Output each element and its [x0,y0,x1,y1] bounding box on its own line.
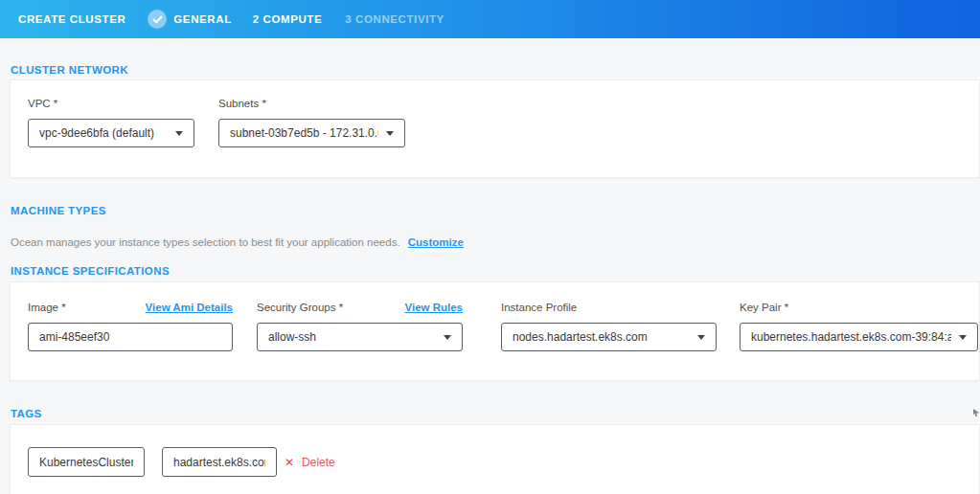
tab-connectivity-label: 3 CONNECTIVITY [345,13,444,25]
subnets-field-group: Subnets * subnet-03b7ed5b - 172.31.0.0/2… [218,98,405,147]
tab-compute-label: 2 COMPUTE [253,13,323,25]
check-icon [148,10,167,29]
wizard-header: CREATE CLUSTER GENERAL 2 COMPUTE 3 CONNE… [0,0,980,38]
vpc-label: VPC * [28,98,57,109]
chevron-down-icon [697,335,705,340]
vpc-select[interactable]: vpc-9dee6bfa (default) [28,119,194,147]
image-input[interactable] [28,323,233,351]
tags-card: ✕ Delete [10,424,980,494]
tab-general-label: GENERAL [173,13,231,25]
key-pair-field-group: Key Pair * kubernetes.hadartest.ek8s.com… [740,302,978,351]
instance-profile-select[interactable]: nodes.hadartest.ek8s.com [501,323,717,351]
key-pair-label: Key Pair * [740,302,788,313]
section-heading-machine-types: MACHINE TYPES [11,205,106,216]
instance-specifications-card: Image * View Ami Details Security Groups… [10,281,980,381]
view-ami-details-link[interactable]: View Ami Details [146,302,233,313]
page-title: CREATE CLUSTER [18,13,125,25]
section-heading-cluster-network: CLUSTER NETWORK [11,64,128,76]
delete-x-icon: ✕ [285,457,294,468]
mouse-cursor [973,409,979,416]
image-label: Image * [28,302,66,313]
tab-compute[interactable]: 2 COMPUTE [253,13,323,25]
chevron-down-icon [386,131,394,136]
section-heading-instance-specifications: INSTANCE SPECIFICATIONS [11,265,170,277]
delete-tag-label: Delete [302,456,335,469]
view-rules-link[interactable]: View Rules [404,302,463,313]
subnets-select[interactable]: subnet-03b7ed5b - 172.31.0.0/20 ... [218,119,405,147]
tab-general[interactable]: GENERAL [148,10,231,29]
machine-types-description: Ocean manages your instance types select… [11,236,464,248]
instance-profile-label: Instance Profile [501,302,577,313]
cluster-network-card: VPC * vpc-9dee6bfa (default) Subnets * s… [10,79,980,178]
subnets-label: Subnets * [218,98,266,109]
vpc-selected-value: vpc-9dee6bfa (default) [39,126,154,140]
security-groups-field-group: Security Groups * View Rules allow-ssh [257,302,463,351]
chevron-down-icon [175,131,183,136]
machine-types-description-text: Ocean manages your instance types select… [11,236,400,248]
instance-profile-field-group: Instance Profile nodes.hadartest.ek8s.co… [501,302,717,351]
security-groups-select[interactable]: allow-ssh [257,323,463,351]
delete-tag-button[interactable]: ✕ Delete [285,447,335,477]
chevron-down-icon [959,335,967,340]
image-field-group: Image * View Ami Details [28,302,233,351]
tab-connectivity[interactable]: 3 CONNECTIVITY [345,13,444,25]
instance-profile-selected-value: nodes.hadartest.ek8s.com [513,330,648,344]
key-pair-selected-value: kubernetes.hadartest.ek8s.com-39:84:a5:9… [751,330,951,344]
tag-key-input[interactable] [28,447,145,477]
key-pair-select[interactable]: kubernetes.hadartest.ek8s.com-39:84:a5:9… [740,323,978,351]
tag-value-input[interactable] [162,447,277,477]
section-heading-tags: TAGS [11,408,42,419]
customize-link[interactable]: Customize [408,236,464,248]
chevron-down-icon [444,335,451,340]
subnets-selected-value: subnet-03b7ed5b - 172.31.0.0/20 ... [230,126,378,140]
vpc-field-group: VPC * vpc-9dee6bfa (default) [28,98,194,147]
security-groups-label: Security Groups * [257,302,343,313]
security-groups-selected-value: allow-ssh [268,330,316,344]
